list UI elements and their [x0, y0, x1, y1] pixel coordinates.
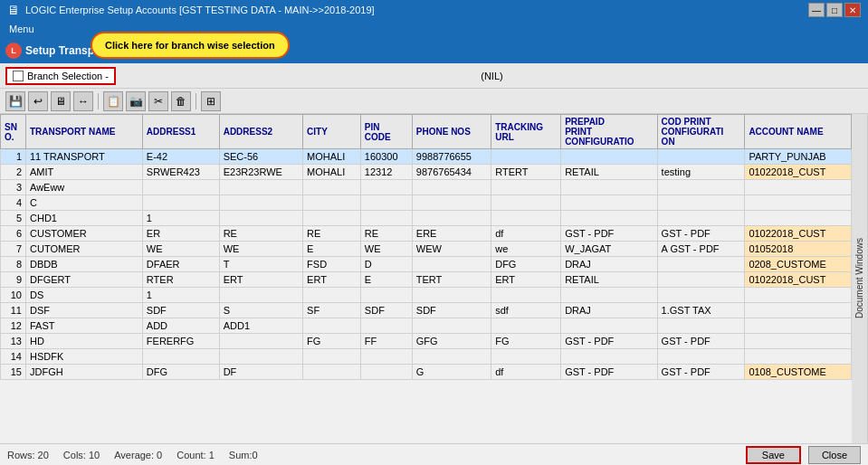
- table-row[interactable]: 7CUTOMERWEWEEWEWEWweW_JAGATA GST - PDF01…: [1, 242, 852, 257]
- table-cell[interactable]: DFG: [142, 365, 219, 380]
- table-cell[interactable]: RETAIL: [561, 165, 657, 180]
- table-cell[interactable]: 01022018_CUST: [745, 165, 852, 180]
- table-cell[interactable]: S: [219, 303, 302, 318]
- menu-item-menu[interactable]: Menu: [5, 22, 38, 36]
- table-cell[interactable]: ERT: [491, 272, 561, 288]
- table-cell[interactable]: RETAIL: [561, 272, 657, 288]
- table-cell[interactable]: [360, 180, 412, 195]
- table-cell[interactable]: GST - PDF: [561, 334, 657, 349]
- branch-checkbox[interactable]: [13, 71, 24, 81]
- table-cell[interactable]: HSDFK: [26, 349, 143, 365]
- table-cell[interactable]: 7: [1, 242, 26, 257]
- table-cell[interactable]: ERT: [303, 272, 361, 288]
- copy-icon-btn[interactable]: 📋: [103, 91, 123, 111]
- table-cell[interactable]: SDF: [360, 303, 412, 318]
- table-row[interactable]: 3AwEww: [1, 180, 852, 195]
- table-cell[interactable]: FF: [360, 334, 412, 349]
- table-cell[interactable]: MOHALI: [303, 165, 361, 180]
- table-cell[interactable]: [303, 349, 361, 365]
- table-cell[interactable]: A GST - PDF: [657, 242, 745, 257]
- table-cell[interactable]: [491, 149, 561, 165]
- table-cell[interactable]: PARTY_PUNJAB: [745, 149, 852, 165]
- table-cell[interactable]: 0108_CUSTOME: [745, 365, 852, 380]
- table-cell[interactable]: [491, 195, 561, 211]
- table-cell[interactable]: 6: [1, 226, 26, 242]
- table-cell[interactable]: GST - PDF: [561, 226, 657, 242]
- table-cell[interactable]: FSD: [303, 257, 361, 272]
- table-cell[interactable]: [360, 211, 412, 226]
- table-cell[interactable]: [412, 288, 491, 303]
- table-cell[interactable]: RE: [219, 226, 302, 242]
- grid-icon-btn[interactable]: ⊞: [201, 91, 221, 111]
- table-cell[interactable]: DRAJ: [561, 303, 657, 318]
- table-cell[interactable]: [412, 257, 491, 272]
- table-cell[interactable]: CHD1: [26, 211, 143, 226]
- table-cell[interactable]: [491, 211, 561, 226]
- branch-selection-area[interactable]: Branch Selection -: [5, 67, 116, 85]
- table-row[interactable]: 4C: [1, 195, 852, 211]
- table-cell[interactable]: JDFGH: [26, 365, 143, 380]
- table-cell[interactable]: [657, 180, 745, 195]
- table-cell[interactable]: [412, 318, 491, 334]
- table-row[interactable]: 10DS1: [1, 288, 852, 303]
- camera-icon-btn[interactable]: 📷: [126, 91, 146, 111]
- window-close-button[interactable]: ✕: [844, 3, 861, 17]
- table-cell[interactable]: FERERFG: [142, 334, 219, 349]
- table-cell[interactable]: [561, 211, 657, 226]
- table-cell[interactable]: 2: [1, 165, 26, 180]
- table-cell[interactable]: 10: [1, 288, 26, 303]
- table-cell[interactable]: D: [360, 257, 412, 272]
- table-cell[interactable]: [303, 288, 361, 303]
- table-cell[interactable]: 1: [142, 211, 219, 226]
- table-row[interactable]: 15JDFGHDFGDFGdfGST - PDFGST - PDF0108_CU…: [1, 365, 852, 380]
- table-cell[interactable]: CUSTOMER: [26, 226, 143, 242]
- expand-icon-btn[interactable]: ↔: [73, 91, 93, 111]
- table-cell[interactable]: SRWER423: [142, 165, 219, 180]
- table-cell[interactable]: 12312: [360, 165, 412, 180]
- table-cell[interactable]: 13: [1, 334, 26, 349]
- table-cell[interactable]: [657, 257, 745, 272]
- table-cell[interactable]: 3: [1, 180, 26, 195]
- table-cell[interactable]: [491, 318, 561, 334]
- table-cell[interactable]: DRAJ: [561, 257, 657, 272]
- table-cell[interactable]: [360, 318, 412, 334]
- table-cell[interactable]: [491, 349, 561, 365]
- table-cell[interactable]: 9988776655: [412, 149, 491, 165]
- table-cell[interactable]: 160300: [360, 149, 412, 165]
- table-row[interactable]: 12FASTADDADD1: [1, 318, 852, 334]
- table-cell[interactable]: 1.GST TAX: [657, 303, 745, 318]
- table-cell[interactable]: SEC-56: [219, 149, 302, 165]
- save-button[interactable]: Save: [746, 446, 801, 464]
- table-cell[interactable]: SDF: [142, 303, 219, 318]
- table-cell[interactable]: 5: [1, 211, 26, 226]
- close-button[interactable]: Close: [808, 446, 861, 464]
- table-cell[interactable]: [657, 318, 745, 334]
- table-cell[interactable]: [219, 334, 302, 349]
- table-cell[interactable]: DSF: [26, 303, 143, 318]
- table-cell[interactable]: [360, 365, 412, 380]
- table-cell[interactable]: 11: [1, 303, 26, 318]
- cut-icon-btn[interactable]: ✂: [148, 91, 168, 111]
- table-cell[interactable]: AwEww: [26, 180, 143, 195]
- table-cell[interactable]: 0208_CUSTOME: [745, 257, 852, 272]
- table-cell[interactable]: ADD1: [219, 318, 302, 334]
- table-cell[interactable]: [360, 349, 412, 365]
- table-cell[interactable]: WE: [360, 242, 412, 257]
- table-cell[interactable]: [219, 288, 302, 303]
- table-cell[interactable]: WEW: [412, 242, 491, 257]
- table-cell[interactable]: [303, 195, 361, 211]
- table-row[interactable]: 8DBDBDFAERTFSDDDFGDRAJ0208_CUSTOME: [1, 257, 852, 272]
- table-cell[interactable]: RE: [303, 226, 361, 242]
- table-cell[interactable]: [142, 180, 219, 195]
- table-cell[interactable]: [745, 334, 852, 349]
- table-cell[interactable]: GST - PDF: [657, 226, 745, 242]
- table-cell[interactable]: [303, 365, 361, 380]
- table-cell[interactable]: 1: [1, 149, 26, 165]
- table-cell[interactable]: [657, 288, 745, 303]
- table-cell[interactable]: WE: [219, 242, 302, 257]
- table-cell[interactable]: [142, 195, 219, 211]
- table-cell[interactable]: [303, 318, 361, 334]
- table-cell[interactable]: GST - PDF: [657, 365, 745, 380]
- table-cell[interactable]: E: [360, 272, 412, 288]
- table-row[interactable]: 14HSDFK: [1, 349, 852, 365]
